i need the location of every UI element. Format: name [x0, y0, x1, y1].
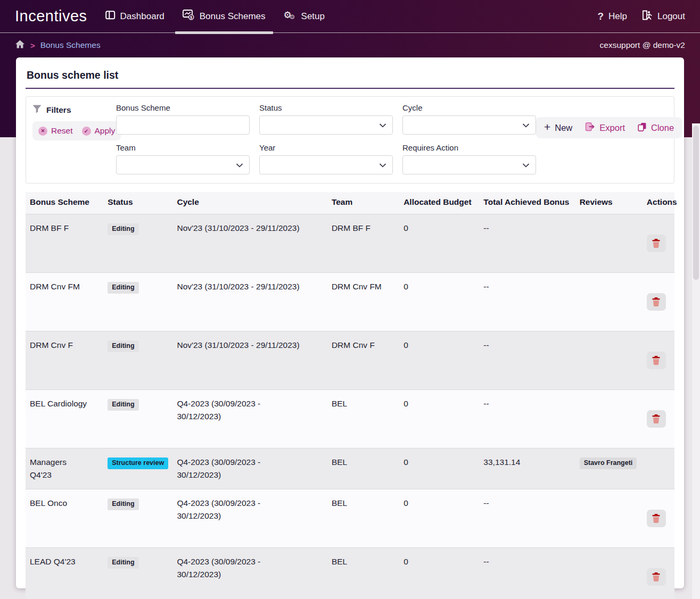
team-select[interactable]	[116, 155, 250, 174]
status-filter-label: Status	[259, 103, 393, 112]
clone-button[interactable]: Clone	[638, 122, 674, 134]
help-link[interactable]: Help	[597, 11, 627, 22]
delete-button[interactable]	[647, 235, 666, 252]
status-badge: Editing	[108, 282, 138, 294]
delete-button[interactable]	[647, 352, 666, 369]
nav-setup[interactable]: ⚙⚙ Setup	[284, 0, 325, 32]
top-navigation-bar: Incentives Dashboard $ Bonus Schemes ⚙⚙ …	[0, 0, 700, 33]
cell-status: Editing	[103, 489, 172, 548]
cell-status: Editing	[103, 214, 172, 273]
table-row[interactable]: BEL Onco Editing Q4-2023 (30/09/2023 - 3…	[26, 489, 674, 548]
status-badge: Editing	[108, 498, 138, 510]
cycle-select[interactable]	[402, 115, 536, 135]
col-actions: Actions	[643, 192, 674, 214]
apply-button[interactable]: Apply	[82, 126, 116, 136]
cell-actions	[643, 489, 674, 548]
cell-total-achieved-bonus: --	[479, 548, 575, 599]
delete-button[interactable]	[647, 410, 666, 428]
cell-bonus-scheme: Managers Q4'23	[26, 448, 103, 489]
cell-total-achieved-bonus: --	[479, 489, 575, 548]
nav-bonus-schemes[interactable]: $ Bonus Schemes	[183, 0, 266, 32]
export-label: Export	[599, 123, 625, 133]
scrollbar[interactable]	[692, 123, 700, 599]
cell-total-achieved-bonus: --	[479, 273, 575, 331]
filter-fields: Bonus Scheme Status Cycle	[116, 101, 536, 174]
bonus-scheme-table: Bonus Scheme Status Cycle Team Allocated…	[26, 192, 674, 599]
bonus-scheme-input[interactable]	[116, 115, 250, 135]
table-row[interactable]: DRM Cnv F Editing Nov'23 (31/10/2023 - 2…	[26, 331, 674, 390]
year-select[interactable]	[259, 155, 393, 174]
new-label: New	[555, 123, 572, 133]
filter-actions-chip: Reset Apply	[32, 121, 121, 140]
delete-button[interactable]	[647, 568, 666, 586]
cell-team: DRM BF F	[327, 214, 399, 273]
cell-total-achieved-bonus: --	[479, 214, 575, 273]
new-button[interactable]: New	[544, 123, 572, 133]
filters-title-label: Filters	[46, 105, 71, 115]
cell-status: Editing	[103, 548, 172, 599]
cell-status: Editing	[103, 273, 172, 331]
status-badge: Editing	[108, 340, 138, 352]
table-row[interactable]: DRM BF F Editing Nov'23 (31/10/2023 - 29…	[26, 214, 674, 273]
top-right-links: Help Logout	[597, 10, 685, 23]
help-icon	[597, 11, 604, 22]
delete-button[interactable]	[647, 510, 666, 527]
apply-label: Apply	[95, 126, 116, 136]
status-badge: Editing	[108, 399, 138, 411]
setup-gears-icon: ⚙⚙	[284, 11, 297, 22]
logout-icon	[642, 10, 653, 23]
breadcrumb-separator: >	[30, 41, 35, 50]
table-row[interactable]: Managers Q4'23 Structure review Q4-2023 …	[26, 448, 674, 489]
cell-allocated-budget: 0	[399, 448, 479, 489]
chevron-down-icon	[379, 163, 386, 168]
plus-icon	[544, 123, 550, 133]
table-row[interactable]: DRM Cnv FM Editing Nov'23 (31/10/2023 - …	[26, 273, 674, 331]
bonus-scheme-filter-label: Bonus Scheme	[116, 103, 250, 112]
cell-allocated-budget: 0	[399, 390, 479, 448]
team-filter-label: Team	[116, 143, 250, 152]
table-row[interactable]: LEAD Q4'23 Editing Q4-2023 (30/09/2023 -…	[26, 548, 674, 599]
cell-allocated-budget: 0	[399, 214, 479, 273]
col-cycle: Cycle	[172, 192, 327, 214]
cell-allocated-budget: 0	[399, 331, 479, 390]
cell-allocated-budget: 0	[399, 273, 479, 331]
breadcrumb-current[interactable]: Bonus Schemes	[40, 40, 101, 50]
bonus-scheme-list-card: Bonus scheme list Filters Reset	[16, 57, 684, 588]
nav-dashboard[interactable]: Dashboard	[105, 0, 164, 32]
app-logo: Incentives	[15, 7, 87, 25]
trash-icon	[652, 297, 660, 306]
home-icon[interactable]	[15, 40, 25, 51]
main-nav: Dashboard $ Bonus Schemes ⚙⚙ Setup	[105, 0, 325, 32]
trash-icon	[652, 356, 660, 365]
cell-allocated-budget: 0	[399, 489, 479, 548]
col-allocated-budget: Allocated Budget	[399, 192, 479, 214]
cell-cycle: Q4-2023 (30/09/2023 - 30/12/2023)	[172, 548, 327, 599]
delete-button[interactable]	[647, 293, 666, 311]
requires-action-select[interactable]	[402, 155, 536, 174]
cell-bonus-scheme: DRM Cnv FM	[26, 273, 103, 331]
cell-allocated-budget: 0	[399, 548, 479, 599]
cell-reviews	[575, 489, 643, 548]
cell-bonus-scheme: BEL Cardiology	[26, 390, 103, 448]
status-badge: Editing	[108, 557, 138, 569]
cell-status: Editing	[103, 331, 172, 390]
table-row[interactable]: BEL Cardiology Editing Q4-2023 (30/09/20…	[26, 390, 674, 448]
filters-panel: Filters Reset Apply Bonus Scheme	[26, 96, 674, 184]
help-label: Help	[608, 11, 627, 22]
reset-button[interactable]: Reset	[38, 126, 73, 136]
cell-team: BEL	[327, 489, 399, 548]
trash-icon	[652, 514, 660, 523]
col-reviews: Reviews	[575, 192, 643, 214]
chevron-down-icon	[522, 163, 530, 168]
cell-actions	[643, 273, 674, 331]
cell-team: DRM Cnv F	[327, 331, 399, 390]
status-select[interactable]	[259, 115, 393, 135]
session-user: cexsupport @ demo-v2	[600, 40, 685, 50]
trash-icon	[652, 572, 660, 581]
cell-actions	[643, 214, 674, 273]
cell-total-achieved-bonus: --	[479, 331, 575, 390]
cell-actions	[643, 448, 674, 489]
scrollbar-thumb[interactable]	[693, 126, 699, 280]
export-button[interactable]: Export	[585, 122, 625, 134]
logout-link[interactable]: Logout	[642, 10, 685, 23]
